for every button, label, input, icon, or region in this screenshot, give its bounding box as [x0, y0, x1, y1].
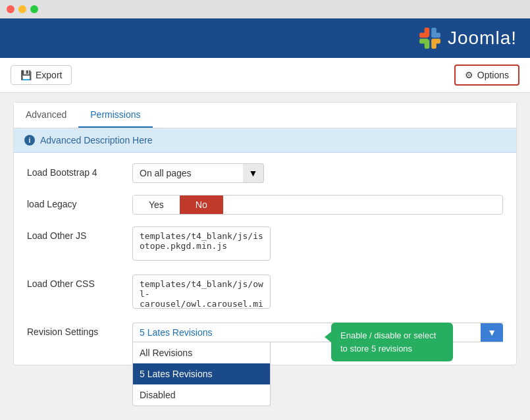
- svg-rect-2: [425, 28, 430, 37]
- revision-option-all[interactable]: All Revisions: [133, 342, 270, 363]
- revision-settings-row: Revision Settings 5 Lates Revisions ▼ Al…: [27, 323, 503, 342]
- revision-tooltip: Enable / disable or select to store 5 re…: [331, 323, 453, 361]
- svg-rect-8: [431, 39, 437, 49]
- export-label: Export: [36, 70, 62, 80]
- tooltip-arrow: [325, 332, 331, 342]
- tab-permissions[interactable]: Permissions: [78, 103, 152, 128]
- joomla-logo: Joomla!: [417, 26, 517, 51]
- load-legacy-toggle: Yes No: [132, 195, 503, 215]
- svg-rect-4: [431, 28, 437, 37]
- minimize-button[interactable]: [18, 5, 26, 13]
- svg-rect-6: [425, 39, 430, 49]
- load-bootstrap-label: Load Bootstrap 4: [27, 163, 132, 178]
- toggle-no-button[interactable]: No: [180, 196, 223, 214]
- tab-advanced[interactable]: Advanced: [14, 103, 78, 128]
- load-other-css-label: Load Other CSS: [27, 275, 132, 289]
- titlebar: [0, 0, 530, 18]
- revision-dropdown-arrow[interactable]: ▼: [481, 323, 503, 342]
- revision-option-5-latest[interactable]: 5 Lates Revisions: [133, 363, 270, 384]
- form-body: Load Bootstrap 4 On all pages None On sp…: [14, 153, 516, 365]
- svg-point-0: [418, 26, 442, 50]
- load-bootstrap-control: On all pages None On specific pages ▼: [132, 163, 503, 183]
- close-button[interactable]: [7, 5, 14, 13]
- info-icon: i: [24, 135, 35, 145]
- load-other-css-control: templates/t4_blank/js/owl-carousel/owl.c…: [132, 275, 503, 311]
- options-label: Options: [477, 70, 509, 80]
- load-other-js-row: Load Other JS templates/t4_blank/js/isot…: [27, 226, 503, 263]
- header-bar: Joomla!: [0, 18, 530, 58]
- export-icon: 💾: [20, 70, 32, 80]
- export-button[interactable]: 💾 Export: [11, 65, 72, 85]
- maximize-button[interactable]: [30, 5, 38, 13]
- toggle-yes-button[interactable]: Yes: [133, 196, 180, 214]
- info-bar: i Advanced Description Here: [14, 128, 516, 153]
- load-other-js-label: Load Other JS: [27, 226, 132, 241]
- gear-icon: ⚙: [465, 70, 473, 80]
- load-bootstrap-select-wrapper: On all pages None On specific pages ▼: [132, 163, 264, 183]
- joomla-star-icon: [417, 26, 442, 51]
- settings-card: Advanced Permissions i Advanced Descript…: [13, 102, 517, 365]
- revision-settings-label: Revision Settings: [27, 323, 132, 337]
- app-container: Joomla! 💾 Export ⚙ Options Advanced Perm…: [0, 18, 530, 420]
- load-other-js-control: templates/t4_blank/js/isotope.pkgd.min.j…: [132, 226, 503, 263]
- options-button[interactable]: ⚙ Options: [454, 65, 519, 86]
- load-legacy-label: load Legacy: [27, 195, 132, 209]
- info-text: Advanced Description Here: [40, 135, 152, 145]
- tooltip-text: Enable / disable or select to store 5 re…: [340, 330, 436, 354]
- load-legacy-row: load Legacy Yes No: [27, 195, 503, 215]
- toolbar: 💾 Export ⚙ Options: [0, 58, 530, 93]
- revision-dropdown-list: All Revisions 5 Lates Revisions Disabled: [132, 342, 271, 406]
- select-dropdown-arrow[interactable]: ▼: [243, 163, 264, 183]
- revision-option-disabled[interactable]: Disabled: [133, 384, 270, 406]
- load-other-css-textarea[interactable]: templates/t4_blank/js/owl-carousel/owl.c…: [132, 275, 271, 309]
- load-bootstrap-row: Load Bootstrap 4 On all pages None On sp…: [27, 163, 503, 183]
- tabs-bar: Advanced Permissions: [14, 103, 516, 128]
- load-other-js-textarea[interactable]: templates/t4_blank/js/isotope.pkgd.min.j…: [132, 226, 271, 261]
- main-content: Advanced Permissions i Advanced Descript…: [0, 93, 530, 420]
- joomla-brand-text: Joomla!: [448, 28, 517, 49]
- load-legacy-control: Yes No: [132, 195, 503, 215]
- load-other-css-row: Load Other CSS templates/t4_blank/js/owl…: [27, 275, 503, 311]
